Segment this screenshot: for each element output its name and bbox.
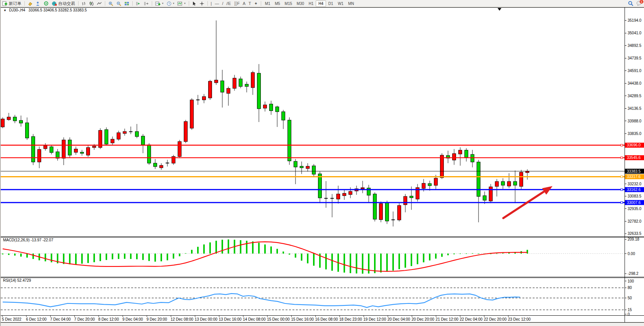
chart-ohlc-quote: 33366.5 33406.5 33282.5 33383.5 [29,8,87,12]
candlestick [398,203,401,222]
candlestick [99,128,102,149]
macd-label: MACD(12,26,9) -13.97 -22.07 [3,238,53,242]
time-tick-label: 6 Dec 12:00 [26,317,47,321]
time-tick-label: 16 Dec 08:00 [315,317,338,321]
time-tick-label: 15 Dec 16:00 [291,317,314,321]
time-tick-label: 12 Dec 08:00 [170,317,193,321]
time-tick-label: 20 Dec 04:00 [387,317,410,321]
candlestick [1,117,5,128]
chevron-down-icon: ▼ [3,9,6,12]
time-tick-label: 21 Dec 12:00 [436,317,459,321]
candlestick [373,192,377,221]
candlestick [105,127,108,146]
rsi-tick-label: 15 [628,308,632,312]
trading-platform-window: 新订单 自动交易 ▾ ▾ ▾ [0,0,644,326]
status-bar [1,323,644,326]
time-tick-label: 20 Dec 20:00 [411,317,434,321]
price-tick-label: 34892.5 [628,43,642,48]
candlestick [379,201,383,222]
rsi-label: RSI(14) 52.4729 [3,278,31,283]
chart-symbol-timeframe: DJ30-,H4 [9,8,25,12]
price-tick-label: 33083.5 [628,194,642,198]
time-tick-label: 23 Dec 12:00 [508,317,531,321]
time-tick-label: 22 Dec 04:00 [460,317,483,321]
rsi-tick-label: 50 [628,296,632,300]
time-tick-label: 13 Dec 16:00 [219,317,242,321]
candlestick [32,134,35,165]
candlestick [172,155,175,165]
price-tick-label: 34438.0 [628,81,642,85]
time-tick-label: 7 Dec 04:00 [50,317,71,321]
candlestick [209,80,212,100]
price-tick-label: 34591.0 [628,69,642,73]
price-tick-label: 35194.0 [628,18,642,22]
candlestick [489,184,493,203]
rsi-tick-label: 80 [628,286,632,290]
price-badge-label: 33696.0 [627,143,641,147]
price-badge-label: 33007.6 [627,201,641,205]
line-handle[interactable] [621,144,623,146]
price-tick-label: 34289.5 [628,94,642,98]
price-badge-label: 33545.6 [627,156,641,160]
candlestick [520,170,523,189]
candlestick [178,140,181,158]
price-tick-label: 33835.0 [628,132,642,136]
macd-tick-label: -298.2 [628,271,639,276]
time-tick-label: 15 Dec 00:00 [267,317,290,321]
candlestick [440,153,444,179]
line-handle[interactable] [621,202,623,204]
price-badge-label: 33162.6 [627,188,641,192]
price-tick-label: 33988.0 [628,119,642,123]
macd-tick-label: 0.00 [628,252,635,256]
price-tick-label: 35041.0 [628,31,642,35]
line-handle[interactable] [621,189,623,191]
time-tick-label: 14 Dec 08:00 [243,317,266,321]
price-tick-label: 32935.0 [628,207,642,211]
time-tick-label: 9 Dec 20:00 [146,317,167,321]
candlestick [190,98,194,130]
candlestick [68,137,72,158]
price-tick-label: 34136.5 [628,106,642,111]
chart-canvas[interactable]: 35194.035041.034892.534739.534591.034438… [1,0,644,326]
rsi-tick-label: 0 [628,312,630,316]
candlestick [148,143,151,165]
time-tick-label: 19 Dec 12:00 [363,317,386,321]
time-tick-label: 18 Dec 23:00 [339,317,362,321]
price-tick-label: 33232.0 [628,182,642,186]
price-badge-label: 33383.5 [627,169,641,173]
macd-tick-label: 209.18 [628,237,639,241]
candlestick [184,120,188,143]
price-tick-label: 32633.5 [628,231,642,236]
time-tick-label: 7 Dec 20:00 [74,317,95,321]
time-tick-label: 22 Dec 20:00 [484,317,507,321]
price-badge-label: 33317.6 [627,175,641,179]
price-tick-label: 32782.0 [628,219,642,223]
time-tick-label: 13 Dec 00:00 [195,317,218,321]
time-tick-label: 8 Dec 12:00 [98,317,119,321]
rsi-tick-label: 100 [628,279,634,283]
price-tick-label: 34739.5 [628,56,642,60]
time-tick-label: 9 Dec 04:00 [122,317,143,321]
line-handle[interactable] [621,157,623,159]
time-tick-label: 5 Dec 2022 [2,317,22,321]
line-handle[interactable] [621,176,623,178]
chart-title[interactable]: ▼ DJ30-,H4 33366.5 33406.5 33282.5 33383… [3,8,87,12]
candlestick [385,201,389,224]
